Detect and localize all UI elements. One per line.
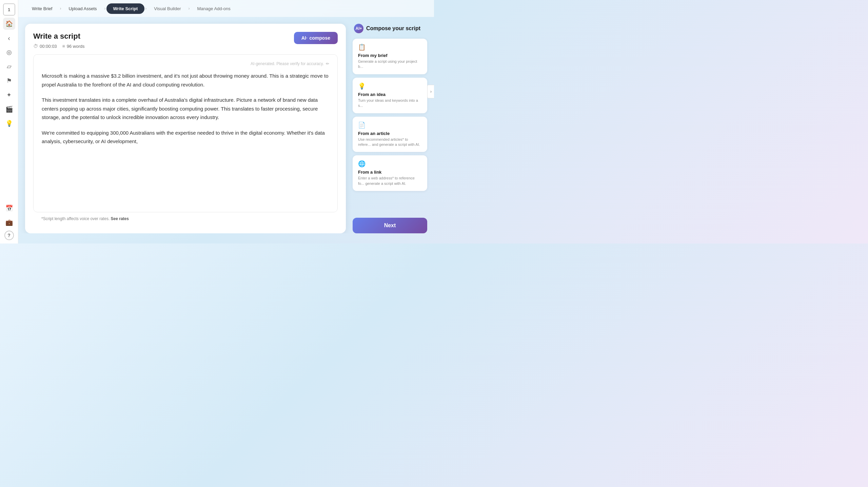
compose-options: 📋 From my brief Generate a script using …: [353, 39, 427, 191]
script-title-area: Write a script ⏱ 00:00:03 ≡ 96 words: [33, 32, 85, 49]
lightbulb-icon[interactable]: 💡: [3, 117, 15, 130]
ai-label: AI·: [301, 35, 308, 41]
help-icon[interactable]: ?: [4, 231, 14, 240]
next-area: Next: [353, 212, 427, 233]
flag-icon[interactable]: ⚑: [3, 75, 15, 87]
collapse-button[interactable]: ›: [427, 85, 434, 98]
lines-icon: ≡: [62, 43, 65, 49]
script-content-area[interactable]: AI-generated. Please verify for accuracy…: [33, 54, 338, 212]
from-brief-option[interactable]: 📋 From my brief Generate a script using …: [353, 39, 427, 74]
compose-script-title: Compose your script: [366, 25, 420, 32]
script-paragraph-1: Microsoft is making a massive $3.2 billi…: [42, 72, 329, 89]
home-icon[interactable]: 🏠: [3, 18, 15, 30]
from-brief-desc: Generate a script using your project b..…: [358, 59, 422, 70]
article-icon: 📄: [358, 121, 422, 129]
nav-arrow-2: ›: [104, 6, 106, 11]
sidebar-num[interactable]: 1: [3, 3, 15, 16]
script-time: ⏱ 00:00:03: [33, 43, 57, 49]
briefcase-icon[interactable]: 💼: [3, 216, 15, 229]
top-nav: Write Brief › Upload Assets › Write Scri…: [18, 0, 434, 17]
script-header: Write a script ⏱ 00:00:03 ≡ 96 words AI·: [33, 32, 338, 49]
from-link-desc: Enter a web address* to reference fo... …: [358, 176, 422, 186]
nav-step-upload-assets[interactable]: Upload Assets: [62, 3, 103, 14]
script-title: Write a script: [33, 32, 85, 41]
script-wordcount: ≡ 96 words: [62, 43, 85, 49]
magic-icon[interactable]: ✦: [3, 89, 15, 101]
footer-note: *Script length affects voice over rates.…: [33, 212, 338, 225]
from-idea-desc: Turn your ideas and keywords into a s...: [358, 98, 422, 109]
calendar-icon[interactable]: 📅: [3, 202, 15, 214]
compose-header: AI+ Compose your script: [353, 24, 427, 33]
nav-arrow-4: ›: [189, 6, 190, 11]
camera-icon[interactable]: 🎬: [3, 103, 15, 115]
from-idea-title: From an idea: [358, 92, 422, 97]
from-article-option[interactable]: 📄 From an article Use recommended articl…: [353, 117, 427, 152]
from-article-desc: Use recommended articles* to refere... a…: [358, 137, 422, 148]
ai-notice: AI-generated. Please verify for accuracy…: [42, 61, 329, 66]
nav-arrow-3: ›: [145, 6, 146, 11]
from-link-option[interactable]: 🌐 From a link Enter a web address* to re…: [353, 155, 427, 191]
script-text: Microsoft is making a massive $3.2 billi…: [42, 72, 329, 146]
script-meta: ⏱ 00:00:03 ≡ 96 words: [33, 43, 85, 49]
next-button[interactable]: Next: [353, 218, 427, 233]
script-panel: Write a script ⏱ 00:00:03 ≡ 96 words AI·: [25, 24, 346, 233]
brief-icon: 📋: [358, 43, 422, 51]
script-paragraph-3: We're committed to equipping 300,000 Aus…: [42, 129, 329, 146]
script-paragraph-2: This investment translates into a comple…: [42, 96, 329, 122]
ai-compose-button[interactable]: AI· compose: [294, 32, 338, 44]
clock-icon: ⏱: [33, 43, 38, 49]
nav-step-write-brief[interactable]: Write Brief: [25, 3, 59, 14]
nav-step-manage-addons[interactable]: Manage Add-ons: [191, 3, 237, 14]
nav-step-visual-builder[interactable]: Visual Builder: [147, 3, 188, 14]
from-article-title: From an article: [358, 131, 422, 136]
nav-arrow-1: ›: [60, 6, 61, 11]
idea-icon: 💡: [358, 82, 422, 90]
main-area: Write Brief › Upload Assets › Write Scri…: [18, 0, 434, 244]
link-icon: 🌐: [358, 160, 422, 168]
frame-icon[interactable]: ▱: [3, 60, 15, 73]
see-rates-link[interactable]: See rates: [111, 216, 129, 221]
nav-step-write-script[interactable]: Write Script: [106, 3, 145, 14]
from-brief-title: From my brief: [358, 53, 422, 58]
edit-icon[interactable]: ✏: [326, 61, 329, 66]
sidebar: 1 🏠 ‹ ◎ ▱ ⚑ ✦ 🎬 💡 📅 💼 ?: [0, 0, 18, 244]
ai-logo: AI+: [354, 24, 363, 33]
content-wrapper: Write a script ⏱ 00:00:03 ≡ 96 words AI·: [18, 17, 434, 233]
from-idea-option[interactable]: 💡 From an idea Turn your ideas and keywo…: [353, 78, 427, 113]
compose-label: compose: [310, 35, 330, 41]
target-icon[interactable]: ◎: [3, 46, 15, 58]
back-icon[interactable]: ‹: [3, 32, 15, 44]
right-panel: › AI+ Compose your script 📋 From my brie…: [353, 24, 427, 233]
from-link-title: From a link: [358, 170, 422, 175]
bottom-bar: [18, 233, 434, 244]
